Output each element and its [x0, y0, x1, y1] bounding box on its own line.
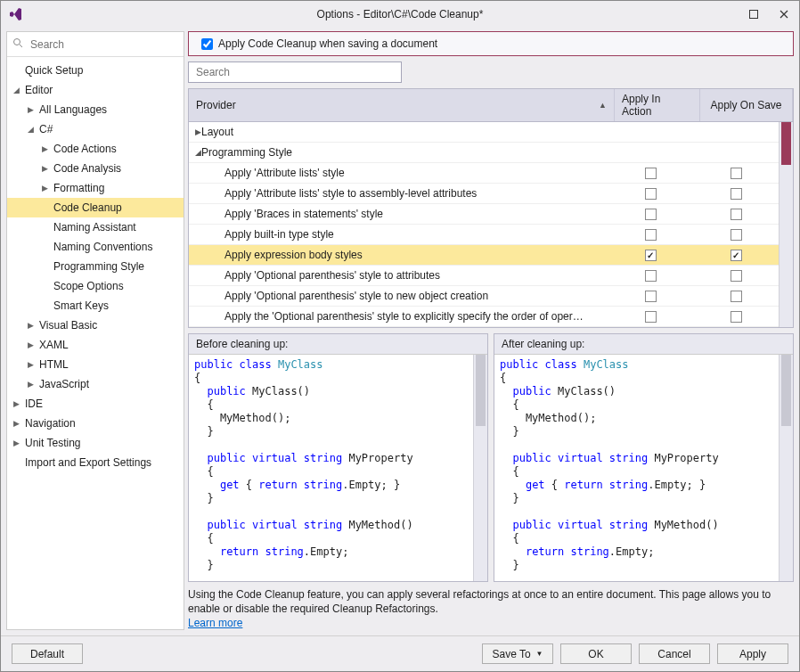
apply-on-save-checkbox-cell[interactable] [731, 270, 742, 282]
tree-item-label: XAML [36, 339, 69, 351]
grid-group-row[interactable]: ▶ Layout [189, 122, 779, 143]
tree-expander-icon[interactable]: ▶ [25, 380, 36, 389]
tree-item[interactable]: ▶Code Analysis [7, 159, 184, 178]
main-panel: Apply Code Cleanup when saving a documen… [188, 31, 794, 630]
apply-on-save-checkbox-cell[interactable] [731, 168, 742, 179]
apply-on-save-row[interactable]: Apply Code Cleanup when saving a documen… [188, 31, 794, 56]
column-header-provider[interactable]: Provider ▲ [189, 89, 615, 121]
group-expander-icon[interactable]: ▶ [189, 127, 201, 136]
tree-item[interactable]: ▶Visual Basic [7, 316, 184, 335]
tree-expander-icon[interactable]: ▶ [39, 164, 50, 173]
tree-expander-icon[interactable]: ▶ [25, 321, 36, 330]
tree-item[interactable]: ◢Editor [7, 80, 184, 100]
group-label: Programming Style [201, 146, 292, 159]
apply-on-save-checkbox[interactable] [201, 38, 213, 50]
grid-row[interactable]: Apply 'Attribute lists' style to assembl… [189, 184, 779, 204]
sidebar-search[interactable] [7, 32, 184, 57]
tree-item[interactable]: ▶All Languages [7, 100, 184, 119]
tree-item[interactable]: Smart Keys [7, 296, 184, 316]
column-header-action[interactable]: Apply In Action [615, 89, 700, 121]
before-header: Before cleaning up: [189, 334, 487, 355]
tree-expander-icon[interactable]: ▶ [25, 105, 36, 114]
tree-expander-icon[interactable]: ▶ [11, 419, 21, 428]
tree-item[interactable]: ▶HTML [7, 355, 184, 374]
apply-in-action-checkbox[interactable] [645, 270, 657, 282]
row-label: Apply 'Braces in statements' style [189, 208, 383, 220]
tree-expander-icon[interactable]: ▶ [25, 360, 36, 369]
apply-in-action-checkbox[interactable] [645, 168, 657, 179]
apply-on-save-checkbox-cell[interactable] [731, 291, 742, 302]
sidebar-search-input[interactable] [29, 37, 178, 52]
before-code: public class MyClass { public MyClass() … [189, 355, 473, 581]
apply-in-action-checkbox[interactable] [645, 311, 657, 323]
tree-item-label: Smart Keys [50, 299, 109, 312]
tree-expander-icon[interactable]: ▶ [39, 144, 50, 153]
tree-item[interactable]: Scope Options [7, 276, 184, 296]
before-scrollbar[interactable] [473, 355, 487, 581]
default-button[interactable]: Default [12, 643, 83, 664]
tree-item[interactable]: ▶Formatting [7, 178, 184, 198]
row-label: Apply built-in type style [189, 228, 334, 241]
provider-search[interactable] [188, 61, 402, 83]
nav-tree[interactable]: Quick Setup◢Editor▶All Languages◢C#▶Code… [7, 57, 184, 629]
grid-row[interactable]: Apply built-in type style [189, 225, 779, 245]
apply-in-action-checkbox[interactable] [645, 250, 657, 261]
row-label: Apply expression body styles [189, 249, 363, 261]
tree-expander-icon[interactable]: ◢ [11, 86, 21, 94]
grid-row[interactable]: Apply the 'Optional parenthesis' style t… [189, 307, 779, 327]
tree-item[interactable]: Programming Style [7, 257, 184, 276]
tree-expander-icon[interactable]: ▶ [39, 184, 50, 193]
nav-sidebar: Quick Setup◢Editor▶All Languages◢C#▶Code… [6, 31, 184, 630]
tree-item[interactable]: ▶IDE [7, 394, 184, 414]
grid-row[interactable]: Apply 'Optional parenthesis' style to at… [189, 266, 779, 286]
grid-row[interactable]: Apply 'Attribute lists' style [189, 163, 779, 184]
tree-item[interactable]: Import and Export Settings [7, 453, 184, 472]
apply-button[interactable]: Apply [717, 643, 788, 664]
tree-item[interactable]: ◢C# [7, 119, 184, 139]
grid-row[interactable]: Apply expression body styles [189, 245, 779, 266]
tree-item[interactable]: Naming Assistant [7, 217, 184, 237]
grid-row[interactable]: Apply 'Optional parenthesis' style to ne… [189, 286, 779, 307]
grid-scrollbar[interactable] [779, 122, 793, 327]
apply-in-action-checkbox[interactable] [645, 209, 657, 220]
tree-expander-icon[interactable]: ▶ [11, 399, 21, 408]
tree-item-label: Programming Style [50, 260, 144, 273]
apply-on-save-checkbox-cell[interactable] [731, 250, 742, 261]
after-scrollbar[interactable] [779, 355, 793, 581]
apply-in-action-checkbox[interactable] [645, 188, 657, 200]
tree-item[interactable]: ▶Code Actions [7, 139, 184, 159]
save-to-button[interactable]: Save To▼ [482, 643, 553, 664]
svg-point-1 [14, 39, 20, 45]
dialog-footer: Default Save To▼ OK Cancel Apply [1, 635, 799, 671]
description-text: Using the Code Cleanup feature, you can … [188, 588, 771, 615]
tree-item[interactable]: ▶JavaScript [7, 374, 184, 394]
ok-button[interactable]: OK [560, 643, 632, 664]
scrollbar-thumb[interactable] [781, 122, 791, 165]
apply-on-save-checkbox-cell[interactable] [731, 209, 742, 220]
grid-row[interactable]: Apply 'Braces in statements' style [189, 204, 779, 225]
tree-item[interactable]: Quick Setup [7, 61, 184, 80]
tree-expander-icon[interactable]: ◢ [25, 125, 36, 134]
apply-on-save-checkbox-cell[interactable] [731, 311, 742, 323]
tree-expander-icon[interactable]: ▶ [11, 438, 21, 447]
learn-more-link[interactable]: Learn more [188, 617, 242, 629]
maximize-button[interactable] [739, 3, 769, 26]
cancel-button[interactable]: Cancel [639, 643, 710, 664]
tree-item-label: Code Actions [50, 143, 117, 155]
after-code: public class MyClass { public MyClass() … [494, 355, 779, 581]
apply-on-save-checkbox-cell[interactable] [731, 188, 742, 200]
apply-in-action-checkbox[interactable] [645, 229, 657, 241]
apply-in-action-checkbox[interactable] [645, 291, 657, 302]
tree-item[interactable]: Naming Conventions [7, 237, 184, 257]
tree-item[interactable]: ▶XAML [7, 335, 184, 355]
column-header-save[interactable]: Apply On Save [700, 89, 793, 121]
group-expander-icon[interactable]: ◢ [189, 148, 201, 157]
apply-on-save-checkbox-cell[interactable] [731, 229, 742, 241]
grid-group-row[interactable]: ◢ Programming Style [189, 143, 779, 163]
close-button[interactable] [769, 3, 799, 26]
tree-item[interactable]: ▶Navigation [7, 414, 184, 433]
tree-item[interactable]: Code Cleanup [7, 198, 184, 217]
tree-expander-icon[interactable]: ▶ [25, 340, 36, 349]
provider-search-input[interactable] [194, 65, 396, 79]
tree-item[interactable]: ▶Unit Testing [7, 433, 184, 453]
